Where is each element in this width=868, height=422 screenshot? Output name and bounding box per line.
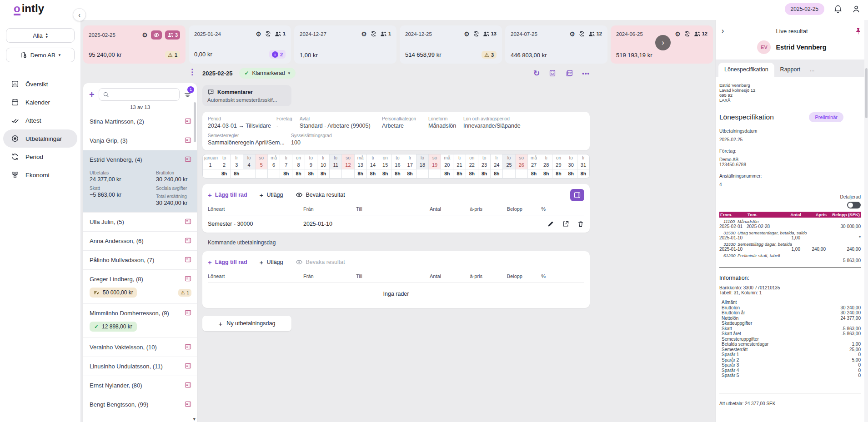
payment-date-card[interactable]: 2024-12-27⚙11,00 kr [294, 25, 396, 64]
warning-badge[interactable]: ⚠1 [165, 51, 180, 59]
draft-amount-badge[interactable]: 50 000,00 kr [90, 288, 137, 298]
calendar-day-column[interactable]: fr318h [577, 154, 589, 178]
refresh-button[interactable]: ↻ [533, 69, 540, 78]
payslip-card-icon[interactable] [184, 117, 192, 125]
user-icon[interactable] [852, 5, 861, 14]
payslip-card-icon[interactable] [184, 309, 192, 317]
employee-row[interactable]: Mimmiinho Domherresson, (9)✓12 898,00 kr [83, 303, 197, 338]
watch-result-button[interactable]: Bevaka resultat [296, 191, 345, 199]
calendar-day-column[interactable]: to238h [478, 154, 490, 178]
calendar-day-column[interactable]: on88h [292, 154, 304, 178]
payslip-card-icon[interactable] [184, 343, 192, 351]
calendar-day-column[interactable]: to98h [305, 154, 317, 178]
employee-row[interactable]: Verainho Vaktelsson, (10) [83, 338, 197, 357]
calendar-day-column[interactable]: fr38h [230, 154, 242, 178]
payment-date-card[interactable]: 2025-02-25⚙395 240,00 kr⚠1 [83, 25, 186, 64]
bell-icon[interactable] [833, 5, 843, 14]
calendar-day-column[interactable]: må208h [441, 154, 453, 178]
pdf-export-button[interactable]: PDF [565, 69, 573, 77]
payment-date-card[interactable]: 2024-12-25⚙13514 658,99 kr⚠3 [400, 25, 502, 64]
tab-more[interactable]: ... [806, 63, 818, 77]
payslip-card-icon[interactable] [184, 155, 192, 163]
calendar-day-column[interactable]: lö18 [416, 154, 428, 178]
sidebar-item-period[interactable]: Period [3, 148, 77, 166]
employee-search[interactable] [99, 88, 180, 101]
collapse-panel-button[interactable]: › [722, 27, 724, 35]
gear-icon[interactable]: ⚙ [464, 31, 470, 37]
calendar-day-column[interactable]: må138h [354, 154, 366, 178]
employee-row[interactable]: Ulla Julin, (5) [83, 212, 197, 231]
calendar-day-column[interactable]: on158h [379, 154, 391, 178]
calendar-day-column[interactable]: januari1 [203, 154, 218, 178]
comments-box[interactable]: Kommentarer Automatiskt semesterårsskif.… [202, 85, 291, 106]
gear-icon[interactable]: ⚙ [142, 32, 148, 38]
employee-row[interactable]: Bengt Bengtsson, (99) [83, 395, 197, 414]
payment-date-card[interactable]: 2024-07-25⚙12446 803,00 kr [505, 25, 607, 64]
calendar-day-column[interactable]: fr248h [490, 154, 502, 178]
scrollbar-thumb[interactable] [865, 68, 868, 118]
payslip-card-icon[interactable] [184, 362, 192, 370]
calendar-day-column[interactable]: lö11 [329, 154, 341, 178]
add-row-button[interactable]: +Lägg till rad [208, 192, 247, 199]
employee-row[interactable]: Stina Martinsson, (2) [83, 112, 197, 131]
gear-icon[interactable]: ⚙ [361, 31, 367, 37]
employee-row[interactable]: Linusinho Undulatsson, (11) [83, 357, 197, 376]
calendar-day-column[interactable]: on298h [552, 154, 564, 178]
gear-icon[interactable]: ⚙ [675, 31, 681, 37]
payday-kebab-menu[interactable]: ⋮ [188, 67, 196, 77]
expense-button[interactable]: +Utlägg [260, 192, 283, 199]
payslip-card-icon[interactable] [184, 218, 192, 225]
calendar-day-column[interactable]: on228h [466, 154, 478, 178]
calendar-day-column[interactable]: fr108h [317, 154, 329, 178]
filter-button[interactable]: 1 [184, 90, 191, 99]
calendar-day-column[interactable]: sö19 [428, 154, 441, 178]
company-select[interactable]: Demo AB ▾ [6, 48, 75, 62]
tab-lonespecifikation[interactable]: Lönespecifikation [718, 63, 774, 77]
gear-icon[interactable]: ⚙ [569, 31, 575, 37]
scrollbar-thumb[interactable] [194, 102, 196, 142]
calendar-day-column[interactable]: to28h [218, 154, 230, 178]
calendar-day-column[interactable]: lö4 [243, 154, 255, 178]
open-row-button[interactable] [562, 220, 569, 228]
payslip-card-icon[interactable] [184, 275, 192, 283]
search-input[interactable] [112, 91, 176, 98]
calculator-button[interactable] [548, 69, 557, 77]
status-pill[interactable]: ✓ Klarmarkerad ▾ [239, 68, 296, 79]
edit-row-button[interactable] [547, 220, 554, 228]
employee-row[interactable]: Vanja Grip, (3) [83, 131, 197, 150]
detail-view-toggle-button[interactable] [570, 189, 584, 201]
next-cards-button[interactable]: › [655, 35, 671, 50]
calendar-day-column[interactable]: ti78h [280, 154, 292, 178]
calendar-day-column[interactable]: to168h [391, 154, 403, 178]
payment-date-card[interactable]: 2025-01-24⚙10,00 kri2 [189, 25, 291, 64]
table-row[interactable]: Semester - 300002025-01-10 [208, 215, 584, 233]
tab-rapport[interactable]: Rapport [774, 63, 806, 77]
org-filter-select[interactable]: Alla ▴▾ [6, 28, 75, 43]
approved-amount-badge[interactable]: ✓12 898,00 kr [90, 322, 137, 332]
calendar-day-column[interactable]: lö25 [502, 154, 515, 178]
warning-badge[interactable]: ⚠3 [482, 51, 497, 59]
payslip-card-icon[interactable] [184, 237, 192, 244]
calendar-day-column[interactable]: ti218h [453, 154, 465, 178]
sidebar-item-attest[interactable]: Attest [3, 111, 77, 129]
sidebar-item-kalender[interactable]: Kalender [3, 93, 77, 111]
more-button[interactable]: ••• [582, 70, 590, 77]
payslip-card-icon[interactable] [184, 400, 192, 408]
employee-row[interactable]: Anna Andersson, (6) [83, 231, 197, 250]
expense-button[interactable]: +Utlägg [260, 259, 283, 266]
current-date-pill[interactable]: 2025-02-25 [785, 3, 824, 15]
add-employee-button[interactable]: + [89, 90, 95, 99]
sidebar-item-oversikt[interactable]: Översikt [3, 75, 77, 93]
sidebar-item-ekonomi[interactable]: Ekonomi [3, 166, 77, 184]
employee-row[interactable]: Greger Lindberg, (8)50 000,00 kr⚠1 [83, 269, 197, 303]
calendar-day-column[interactable]: må278h [527, 154, 540, 178]
gear-icon[interactable]: ⚙ [256, 31, 261, 37]
calendar-day-column[interactable]: ti288h [540, 154, 552, 178]
scroll-down-icon[interactable]: ▾ [193, 416, 196, 422]
detailed-toggle[interactable] [847, 202, 861, 209]
calendar-day-column[interactable]: sö5 [255, 154, 267, 178]
info-badge[interactable]: i2 [269, 50, 286, 59]
calendar-day-column[interactable]: sö12 [341, 154, 354, 178]
calendar-day-column[interactable]: sö26 [515, 154, 527, 178]
payslip-card-icon[interactable] [184, 256, 192, 263]
